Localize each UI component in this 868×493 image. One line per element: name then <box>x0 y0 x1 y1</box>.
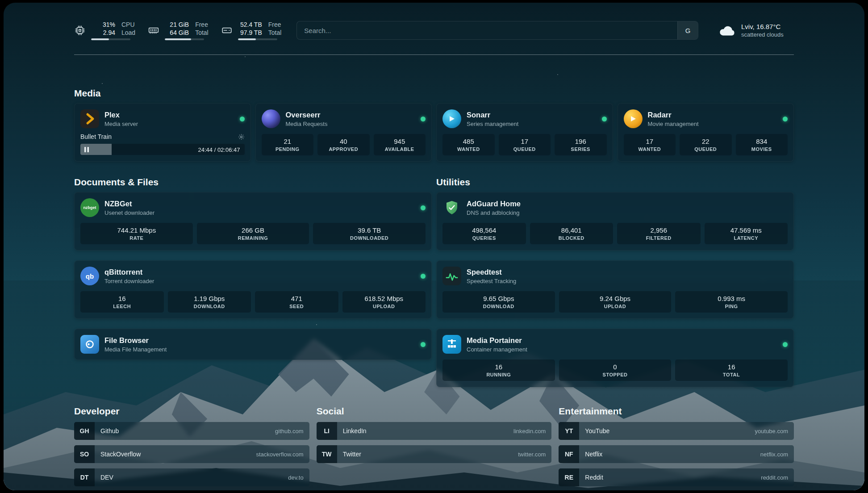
service-card-sonarr[interactable]: Sonarr Series management 485 WANTED <box>436 103 613 162</box>
stat-label: STOPPED <box>561 372 670 377</box>
stat-block: 2,956 FILTERED <box>617 223 701 244</box>
bookmark-row[interactable]: SO StackOverflow stackoverflow.com <box>74 445 309 463</box>
memory-free-label: Free <box>195 21 208 29</box>
bookmark-url: stackoverflow.com <box>256 451 303 458</box>
stat-value: 471 <box>257 295 337 302</box>
stat-label: SEED <box>257 304 337 309</box>
bookmark-url: reddit.com <box>761 474 788 481</box>
stat-label: LATENCY <box>706 235 786 241</box>
memory-progress-bar <box>165 38 204 40</box>
bookmarks-entertainment: Entertainment YT YouTube youtube.com NF … <box>559 406 794 490</box>
qbittorrent-icon: qb <box>80 267 99 285</box>
stat-value: 0.993 ms <box>677 295 786 302</box>
stat-block: 86,401 BLOCKED <box>530 223 613 244</box>
bookmark-abbr: GH <box>74 422 95 440</box>
adguard-icon <box>442 198 461 217</box>
documents-column: Documents & Files nzbget NZBGet Usenet d… <box>74 177 432 387</box>
service-card-qbittorrent[interactable]: qb qBittorrent Torrent downloader 16 LEE <box>74 260 432 319</box>
stat-label: APPROVED <box>319 146 368 152</box>
service-description: Speedtest Tracking <box>467 278 516 284</box>
stat-block: 618.52 Mbps UPLOAD <box>342 291 426 313</box>
section-title-media: Media <box>74 88 794 99</box>
service-card-speedtest[interactable]: Speedtest Speedtest Tracking 9.65 Gbps D… <box>436 260 794 319</box>
bookmark-name: Twitter <box>343 451 361 458</box>
service-card-radarr[interactable]: Radarr Movie management 17 WANTED 22 <box>618 103 794 162</box>
stat-label: TOTAL <box>677 372 786 377</box>
stat-label: REMAINING <box>199 235 308 241</box>
section-title-developer: Developer <box>74 406 309 417</box>
bookmark-abbr: RE <box>559 468 579 486</box>
search-provider-button[interactable]: G <box>677 21 698 39</box>
now-playing-title: Bullet Train <box>80 133 112 140</box>
stat-label: AVAILABLE <box>376 146 424 152</box>
stat-label: QUERIES <box>444 235 524 241</box>
stat-label: WANTED <box>444 146 493 152</box>
stat-value: 9.24 Gbps <box>561 295 670 302</box>
overseerr-icon <box>262 109 280 128</box>
stat-label: BLOCKED <box>532 235 612 241</box>
bookmark-row[interactable]: TW Twitter twitter.com <box>317 445 552 463</box>
weather-widget[interactable]: Lviv, 16.87°C scattered clouds <box>718 23 794 38</box>
service-card-nzbget[interactable]: nzbget NZBGet Usenet downloader 744.21 M… <box>74 192 432 251</box>
stat-label: SERIES <box>556 146 605 152</box>
bookmark-name: LinkedIn <box>343 427 367 435</box>
status-dot <box>240 117 245 121</box>
stat-value: 498,564 <box>444 226 524 234</box>
stat-block: 16 LEECH <box>80 291 164 313</box>
stat-value: 86,401 <box>532 226 612 234</box>
stat-value: 16 <box>444 363 553 371</box>
stat-value: 40 <box>319 138 368 145</box>
stat-value: 39.6 TB <box>315 226 424 234</box>
stat-label: PENDING <box>263 146 312 152</box>
stat-value: 9.65 Gbps <box>444 295 553 302</box>
bookmark-row[interactable]: NF Netflix netflix.com <box>559 445 794 463</box>
bookmark-row[interactable]: GH Github github.com <box>74 422 309 440</box>
stat-value: 945 <box>376 138 424 145</box>
service-description: Movie management <box>648 121 699 127</box>
search-bar[interactable]: G <box>296 21 698 40</box>
service-card-portainer[interactable]: Media Portainer Container management 16 … <box>436 329 794 387</box>
search-input[interactable] <box>297 21 677 39</box>
pause-icon[interactable] <box>84 147 89 152</box>
bookmarks-social: Social LI LinkedIn linkedin.com TW Twitt… <box>317 406 552 490</box>
bookmark-abbr: TW <box>317 445 337 463</box>
stat-value: 21 <box>263 138 312 145</box>
plex-icon <box>80 109 99 128</box>
status-dot <box>602 117 607 121</box>
service-card-overseerr[interactable]: Overseerr Media Requests 21 PENDING <box>255 103 432 162</box>
stat-block: 47.569 ms LATENCY <box>705 223 788 244</box>
service-name: Plex <box>104 110 138 120</box>
bookmark-row[interactable]: DT DEV dev.to <box>74 468 309 486</box>
stat-label: QUEUED <box>681 146 730 152</box>
bookmark-row[interactable]: YT YouTube youtube.com <box>559 422 794 440</box>
stat-block: 498,564 QUERIES <box>442 223 526 244</box>
service-name: qBittorrent <box>104 267 154 277</box>
disk-free-label: Free <box>268 21 281 29</box>
service-stats: 498,564 QUERIES 86,401 BLOCKED 2,956 <box>442 223 788 244</box>
bookmark-row[interactable]: LI LinkedIn linkedin.com <box>317 422 552 440</box>
section-title-social: Social <box>317 406 552 417</box>
stat-block: 0.993 ms PING <box>675 291 788 313</box>
service-card-filebrowser[interactable]: File Browser Media File Management <box>74 329 432 360</box>
stat-label: RATE <box>82 235 191 241</box>
stat-block: 266 GB REMAINING <box>197 223 309 244</box>
service-stats: 16 RUNNING 0 STOPPED 16 TOTAL <box>442 359 788 381</box>
bookmark-row[interactable]: RE Reddit reddit.com <box>559 468 794 486</box>
top-bar: 31%CPU 2.94Load 21 GiBFree 64 Gi <box>74 18 794 43</box>
service-name: AdGuard Home <box>467 199 521 209</box>
service-name: Speedtest <box>467 267 516 277</box>
radarr-icon <box>624 109 643 128</box>
stat-label: PING <box>677 304 786 309</box>
stat-label: RUNNING <box>444 372 553 377</box>
bookmark-name: Netflix <box>585 451 602 458</box>
service-card-adguard[interactable]: AdGuard Home DNS and adblocking 498,564 … <box>436 192 794 251</box>
section-title-utilities: Utilities <box>436 177 794 188</box>
service-card-plex[interactable]: Plex Media server Bullet Train <box>74 103 251 162</box>
stat-block: 22 QUEUED <box>680 134 732 155</box>
stat-block: 9.24 Gbps UPLOAD <box>559 291 672 313</box>
playback-progress-bar[interactable]: 24:44 / 02:06:47 <box>80 144 245 155</box>
player-settings-icon[interactable] <box>238 134 245 140</box>
status-dot <box>421 205 426 210</box>
stat-block: 834 MOVIES <box>736 134 788 155</box>
stat-label: UPLOAD <box>561 304 670 309</box>
